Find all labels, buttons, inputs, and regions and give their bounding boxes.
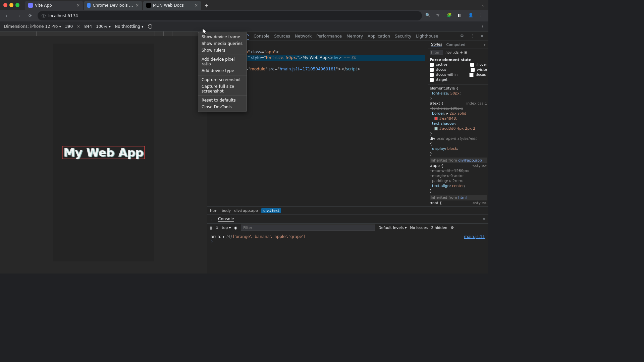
minimize-window-button[interactable] (9, 3, 13, 7)
console-drawer: ⋮ Console × ▯ ⊘ top ▾ ◉ Default levels ▾… (207, 215, 488, 274)
maximize-window-button[interactable] (15, 3, 19, 7)
styles-filter-input[interactable] (430, 50, 443, 55)
pseudo-active[interactable] (430, 63, 434, 67)
issues-badge[interactable]: No Issues (410, 226, 428, 230)
live-expression-icon[interactable]: ◉ (234, 226, 237, 230)
force-state-title: Force element state (430, 58, 487, 62)
favicon-icon (87, 3, 91, 8)
tab-security[interactable]: Security (395, 34, 411, 39)
device-viewport-area: My Web App (0, 32, 207, 274)
close-drawer-icon[interactable]: × (482, 217, 486, 222)
console-tab[interactable]: Console (218, 217, 234, 222)
favicon-icon (28, 3, 33, 8)
close-window-button[interactable] (3, 3, 7, 7)
sidepanel-icon[interactable]: ◧ (458, 13, 464, 19)
pseudo-focuswithin[interactable] (430, 73, 434, 77)
browser-tab[interactable]: MDN Web Docs × (143, 1, 201, 10)
hidden-count[interactable]: 2 hidden (431, 226, 447, 230)
breadcrumb-item[interactable]: div#text (261, 208, 281, 213)
breadcrumb-item[interactable]: div#app.app (234, 208, 258, 213)
url-text: localhost:5174 (48, 13, 78, 18)
tab-memory[interactable]: Memory (346, 34, 363, 39)
back-button[interactable]: ← (3, 12, 11, 20)
rotate-icon[interactable] (148, 24, 153, 29)
extensions-icon[interactable]: 🧩 (447, 13, 453, 19)
pseudo-target[interactable] (430, 78, 434, 82)
styles-tab[interactable]: Styles (431, 42, 442, 47)
devtools-panel: Elements Console Sources Network Perform… (207, 32, 488, 274)
bookmark-icon[interactable]: ☆ (436, 13, 442, 19)
computed-tab[interactable]: Computed (446, 43, 465, 47)
cls-toggle[interactable]: .cls (453, 51, 459, 54)
menu-item[interactable]: Show media queries (198, 40, 247, 47)
site-info-icon[interactable]: ⓘ (42, 13, 46, 19)
tab-console[interactable]: Console (254, 34, 270, 39)
tab-network[interactable]: Network (295, 34, 312, 39)
console-prompt[interactable]: › (211, 239, 485, 244)
close-tab-icon[interactable]: × (195, 3, 198, 8)
menu-item[interactable]: Add device type (198, 67, 247, 74)
close-devtools-icon[interactable]: × (480, 34, 486, 39)
device-width[interactable]: 390 (65, 24, 73, 29)
devtools-tabstrip: Elements Console Sources Network Perform… (207, 32, 488, 41)
pseudo-hover[interactable] (470, 63, 474, 67)
zoom-dropdown[interactable]: 100% ▾ (96, 24, 111, 29)
breadcrumb-item[interactable]: body (222, 208, 231, 213)
context-dropdown[interactable]: top ▾ (222, 226, 231, 230)
menu-item[interactable]: Close DevTools (198, 104, 247, 110)
pseudo-visited[interactable] (471, 68, 475, 72)
tab-sources[interactable]: Sources (274, 34, 290, 39)
sidebar-toggle-icon[interactable]: ▯ (210, 226, 212, 230)
console-filter-input[interactable] (241, 225, 375, 231)
menu-item[interactable]: Show device frame (198, 34, 247, 40)
console-settings-icon[interactable]: ⚙ (450, 226, 454, 230)
address-bar[interactable]: ⓘ localhost:5174 (38, 11, 422, 20)
tabs-overflow-icon[interactable]: ⌄ (482, 3, 485, 7)
window-titlebar: Vite App × Chrome DevTools | Chrome × MD… (0, 0, 488, 10)
menu-item[interactable]: Add device pixel ratio (198, 56, 247, 67)
menu-item[interactable]: Capture full size screenshot (198, 83, 247, 95)
tab-performance[interactable]: Performance (316, 34, 342, 39)
new-tab-button[interactable]: + (202, 1, 211, 10)
menu-separator (198, 96, 247, 96)
tab-title: Chrome DevTools | Chrome (93, 3, 133, 8)
more-tabs-icon[interactable]: » (483, 43, 486, 47)
levels-dropdown[interactable]: Default levels ▾ (378, 226, 407, 230)
device-options-context-menu: Show device frame Show media queries Sho… (198, 32, 247, 112)
tab-application[interactable]: Application (368, 34, 390, 39)
clear-console-icon[interactable]: ⊘ (215, 226, 218, 230)
device-more-icon[interactable]: ⋮ (480, 24, 484, 29)
profile-icon[interactable]: 👤 (468, 13, 474, 19)
source-link[interactable]: main.js:11 (464, 234, 485, 239)
app-heading: My Web App (62, 146, 145, 159)
dimensions-dropdown[interactable]: Dimensions: iPhone 12 Pro ▾ (4, 24, 61, 29)
device-toolbar: Dimensions: iPhone 12 Pro ▾ 390 × 844 10… (0, 21, 488, 32)
menu-item[interactable]: Reset to defaults (198, 97, 247, 104)
render-icon[interactable]: ▣ (464, 51, 467, 54)
reload-button[interactable]: ⟳ (26, 12, 34, 20)
tab-lighthouse[interactable]: Lighthouse (416, 34, 438, 39)
forward-button[interactable]: → (15, 12, 23, 20)
browser-tab[interactable]: Vite App × (25, 1, 83, 10)
throttle-dropdown[interactable]: No throttling ▾ (115, 24, 144, 29)
menu-item[interactable]: Capture screenshot (198, 76, 247, 83)
pseudo-focus[interactable] (430, 68, 434, 72)
menu-item[interactable]: Show rulers (198, 47, 247, 54)
new-style-icon[interactable]: + (460, 51, 463, 54)
hov-toggle[interactable]: :hov (444, 51, 452, 54)
device-frame[interactable]: My Web App (53, 44, 154, 261)
console-menu-icon[interactable]: ⋮ (210, 217, 214, 222)
styles-rules[interactable]: element.style { font-size: 50px; } #text… (428, 84, 488, 206)
more-icon[interactable]: ⋮ (470, 34, 476, 39)
settings-icon[interactable]: ⚙ (460, 34, 466, 39)
close-tab-icon[interactable]: × (76, 3, 80, 8)
menu-icon[interactable]: ⋮ (479, 13, 485, 19)
console-output[interactable]: arr a: ▸ (4) ['orange', 'banana', 'apple… (207, 232, 488, 274)
browser-tab[interactable]: Chrome DevTools | Chrome × (84, 1, 142, 10)
search-icon[interactable]: 🔍 (425, 13, 431, 19)
tab-title: MDN Web Docs (153, 3, 184, 8)
breadcrumb-item[interactable]: html (210, 208, 218, 213)
pseudo-focusv[interactable] (469, 73, 474, 77)
close-tab-icon[interactable]: × (136, 3, 139, 8)
device-height[interactable]: 844 (84, 24, 92, 29)
